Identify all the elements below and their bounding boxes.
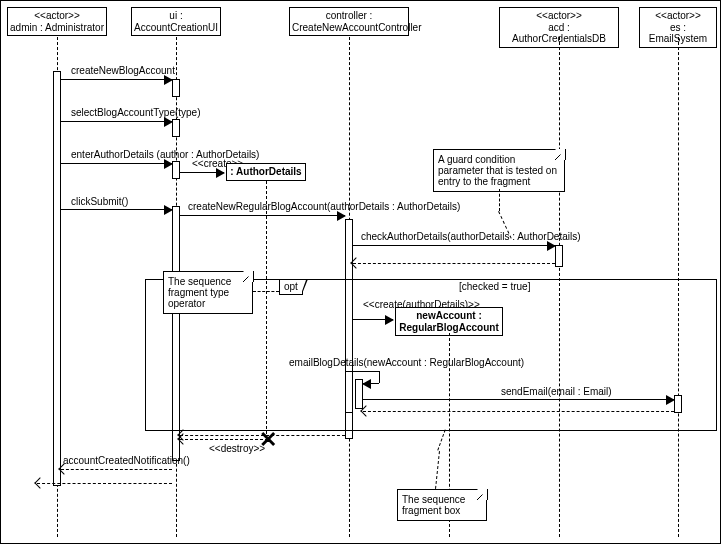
arrow-m11	[61, 469, 172, 470]
leader-n2	[253, 291, 279, 292]
arrow-m9	[363, 399, 674, 400]
self-down	[379, 371, 380, 383]
msg-sendEmail: sendEmail(email : Email)	[501, 386, 612, 397]
msg-emailBlogDetails: emailBlogDetails(newAccount : RegularBlo…	[289, 357, 524, 368]
arrow-m11b	[37, 483, 172, 484]
arrow-m6	[353, 245, 555, 246]
obj-authordetails: : AuthorDetails	[226, 163, 306, 181]
destroy-x-icon: ✕	[259, 427, 277, 453]
arrow-create-ad	[180, 172, 224, 173]
msg-selectBlogAccountType: selectBlogAccountType(type)	[71, 107, 201, 118]
lifeline-label-1: ui :	[134, 10, 218, 22]
stereotype: <<actor>>	[502, 10, 616, 22]
bar-ui-3	[172, 161, 180, 179]
opt-tab: opt	[279, 279, 303, 295]
guard-checked-true: [checked = true]	[459, 281, 530, 292]
bar-ui-2	[172, 119, 180, 137]
obj-newaccount: newAccount : RegularBlogAccount	[395, 307, 503, 336]
stereotype: <<actor>>	[642, 10, 714, 22]
leader-n3b	[435, 451, 440, 489]
lifeline-controller: controller : CreateNewAccountController	[289, 7, 409, 36]
note-text: The sequence fragment type operator	[168, 276, 231, 309]
note-guard: A guard condition parameter that is test…	[433, 149, 565, 192]
msg-accountCreated: accountCreatedNotification()	[63, 455, 190, 466]
arrow-create-newacct	[353, 319, 393, 320]
arrow-destroy	[180, 439, 268, 440]
lifeline-ui: ui : AccountCreationUI	[131, 7, 221, 36]
stereotype: <<actor>>	[10, 10, 104, 22]
msg-createNewRegular: createNewRegularBlogAccount(authorDetail…	[188, 201, 460, 212]
note-text: A guard condition parameter that is test…	[438, 154, 557, 187]
lifeline-label-1: controller :	[292, 10, 406, 22]
arrow-m2	[61, 121, 172, 122]
bar-ui-1	[172, 79, 180, 97]
return-m9	[363, 411, 674, 412]
return-m6	[353, 263, 555, 264]
lifeline-label-2: AccountCreationUI	[134, 22, 218, 34]
arrow-m1	[61, 79, 172, 80]
msg-clickSubmit: clickSubmit()	[71, 196, 128, 207]
bar-acd	[555, 245, 563, 267]
msg-createNewBlogAccount: createNewBlogAccount	[71, 65, 175, 76]
msg-destroy: <<destroy>>	[209, 443, 265, 454]
arrow-m5	[180, 215, 345, 216]
obj-line2: RegularBlogAccount	[398, 322, 500, 334]
leader-n1a	[499, 189, 500, 211]
self-in	[363, 383, 379, 384]
diagram-canvas: <<actor>> admin : Administrator ui : Acc…	[0, 0, 721, 544]
obj-line1: newAccount :	[398, 310, 500, 322]
arrow-m3	[61, 163, 172, 164]
note-text: The sequence fragment box	[402, 494, 465, 516]
bar-admin	[53, 71, 61, 486]
lifeline-label: admin : Administrator	[10, 22, 104, 34]
note-op: The sequence fragment type operator	[163, 271, 253, 314]
arrow-m4	[61, 209, 172, 210]
note-fragbox: The sequence fragment box	[397, 489, 487, 521]
leader-n3a	[437, 429, 445, 450]
lifeline-label-2: CreateNewAccountController	[292, 22, 406, 34]
opt-label: opt	[284, 281, 298, 292]
self-out	[353, 371, 379, 372]
lifeline-admin: <<actor>> admin : Administrator	[7, 7, 107, 36]
